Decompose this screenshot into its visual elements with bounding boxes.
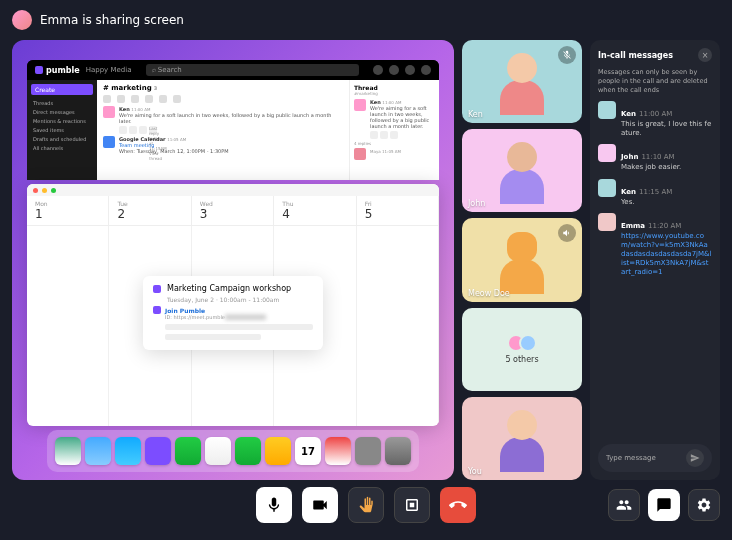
dock-notes-icon[interactable] <box>265 437 291 465</box>
event-color-icon <box>153 285 161 293</box>
chat-message: Emma11:20 AMhttps://www.youtube.com/watc… <box>598 213 712 277</box>
topbar: Emma is sharing screen <box>0 0 732 40</box>
settings-button[interactable] <box>688 489 720 521</box>
speaker-icon <box>558 224 576 242</box>
chat-notice: Messages can only be seen by people in t… <box>598 68 712 95</box>
avatar <box>103 106 115 118</box>
participants-grid: Ken John Meow Doe 5 others You <box>462 40 582 480</box>
raise-hand-button[interactable] <box>348 487 384 523</box>
call-controls <box>0 480 732 530</box>
message: Ken 11:00 AM We're aiming for a soft lau… <box>103 106 343 134</box>
dock-pumble-icon[interactable] <box>145 437 171 465</box>
send-button[interactable] <box>686 449 704 467</box>
chat-panel: In-call messages × Messages can only be … <box>590 40 720 480</box>
close-icon[interactable]: × <box>698 48 712 62</box>
dock-launchpad-icon[interactable] <box>85 437 111 465</box>
dock-facetime-icon[interactable] <box>235 437 261 465</box>
chat-message: Ken11:15 AMYes. <box>598 179 712 207</box>
team-name: Happy Media <box>86 66 132 74</box>
avatar <box>598 101 616 119</box>
calendar-body[interactable]: Marketing Campaign workshop Tuesday, Jun… <box>27 226 439 426</box>
avatar <box>598 144 616 162</box>
message-input[interactable]: Type message <box>598 444 712 472</box>
dock-trash-icon[interactable] <box>385 437 411 465</box>
sidebar-item[interactable]: Saved items <box>31 125 93 134</box>
message: Google Calendar 11:05 AM Team meeting Wh… <box>103 136 343 154</box>
sharing-status: Emma is sharing screen <box>40 13 184 27</box>
sidebar-item[interactable]: Mentions & reactions <box>31 116 93 125</box>
dock-settings-icon[interactable] <box>355 437 381 465</box>
header-icons <box>373 65 431 75</box>
avatar <box>598 213 616 231</box>
participant-tile[interactable]: Meow Doe <box>462 218 582 301</box>
others-tile[interactable]: 5 others <box>462 308 582 391</box>
participant-tile-self[interactable]: You <box>462 397 582 480</box>
macos-dock: 17 <box>47 430 419 472</box>
dock-safari-icon[interactable] <box>115 437 141 465</box>
avatar <box>103 136 115 148</box>
thread-panel: Thread #marketing Ken 11:00 AM We're aim… <box>349 80 439 180</box>
mic-muted-icon <box>558 46 576 64</box>
avatar <box>354 99 366 111</box>
sidebar-item[interactable]: All channels <box>31 143 93 152</box>
pumble-header: pumble Happy Media ⌕ Search <box>27 60 439 80</box>
chat-message: John11:10 AMMakes job easier. <box>598 144 712 172</box>
create-button[interactable]: Create <box>31 84 93 95</box>
window-titlebar <box>27 184 439 196</box>
pumble-channel: # marketing 3 Ken 11:00 AM We're aiming … <box>97 80 349 180</box>
presenter-avatar <box>12 10 32 30</box>
link[interactable]: https://www.youtube.com/watch?v=k5mX3NkA… <box>621 232 712 277</box>
chat-button[interactable] <box>648 489 680 521</box>
event-popup: Marketing Campaign workshop Tuesday, Jun… <box>143 276 323 350</box>
avatar <box>598 179 616 197</box>
share-screen-button[interactable] <box>394 487 430 523</box>
sidebar-item[interactable]: Threads <box>31 98 93 107</box>
dock-mail-icon[interactable] <box>205 437 231 465</box>
pumble-app-window: pumble Happy Media ⌕ Search Create Threa… <box>27 60 439 180</box>
minimize-icon[interactable] <box>42 188 47 193</box>
maximize-icon[interactable] <box>51 188 56 193</box>
channel-name: # marketing 3 <box>103 84 343 92</box>
search-input[interactable]: ⌕ Search <box>146 64 360 76</box>
participant-tile[interactable]: Ken <box>462 40 582 123</box>
main-area: pumble Happy Media ⌕ Search Create Threa… <box>0 40 732 480</box>
people-button[interactable] <box>608 489 640 521</box>
camera-button[interactable] <box>302 487 338 523</box>
screen-share: pumble Happy Media ⌕ Search Create Threa… <box>12 40 454 480</box>
calendar-header: Mon1 Tue2 Wed3 Thu4 Fri5 <box>27 196 439 226</box>
dock-messages-icon[interactable] <box>175 437 201 465</box>
close-icon[interactable] <box>33 188 38 193</box>
dock-finder-icon[interactable] <box>55 437 81 465</box>
sidebar-item[interactable]: Direct messages <box>31 107 93 116</box>
participant-tile[interactable]: John <box>462 129 582 212</box>
dock-calendar-icon[interactable]: 17 <box>295 437 321 465</box>
end-call-button[interactable] <box>440 487 476 523</box>
calendar-window: Mon1 Tue2 Wed3 Thu4 Fri5 Marketing Campa… <box>27 184 439 426</box>
dock-music-icon[interactable] <box>325 437 351 465</box>
mic-button[interactable] <box>256 487 292 523</box>
pumble-sidebar: Create Threads Direct messages Mentions … <box>27 80 97 180</box>
chat-title: In-call messages <box>598 51 673 60</box>
sidebar-item[interactable]: Drafts and scheduled <box>31 134 93 143</box>
chat-message: Ken11:00 AMThis is great, I love this fe… <box>598 101 712 138</box>
pumble-logo: pumble <box>35 66 80 75</box>
join-link[interactable]: Join Pumble <box>153 306 313 314</box>
